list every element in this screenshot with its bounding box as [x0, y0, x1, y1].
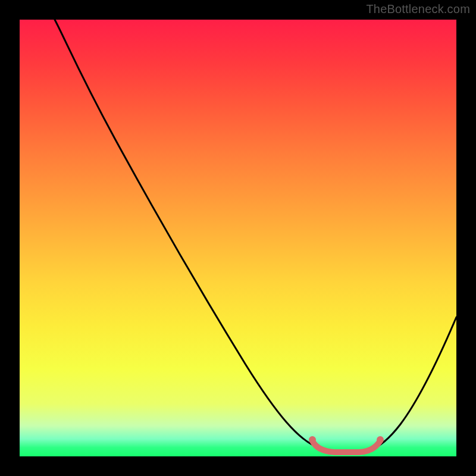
bottleneck-curve — [55, 20, 456, 452]
optimal-start-dot — [309, 436, 316, 443]
curve-layer — [20, 20, 456, 456]
optimal-range-marker — [312, 441, 380, 452]
watermark-text: TheBottleneck.com — [366, 2, 470, 16]
optimal-end-dot — [377, 436, 384, 443]
chart-container: TheBottleneck.com — [0, 0, 476, 476]
plot-area — [20, 20, 456, 456]
